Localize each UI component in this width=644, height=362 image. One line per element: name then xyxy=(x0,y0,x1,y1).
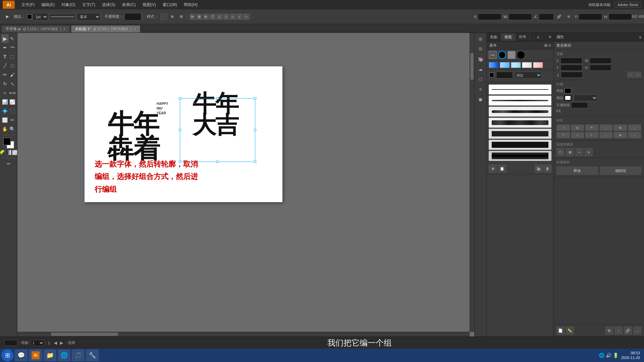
stroke-row-3[interactable] xyxy=(489,107,551,117)
black-btn[interactable] xyxy=(498,51,506,59)
grid-icon[interactable]: ⊞ xyxy=(177,13,185,21)
graph-tool[interactable]: 📈 xyxy=(9,98,16,106)
prop-angle-input[interactable]: 0° xyxy=(561,72,583,78)
menu-effect[interactable]: 效果(C) xyxy=(119,1,139,8)
tab-symbol[interactable]: 符号 xyxy=(516,33,530,41)
handle-tr[interactable] xyxy=(254,97,256,100)
menu-view[interactable]: 视图(V) xyxy=(140,1,159,8)
menu-file[interactable]: 文件(F) xyxy=(19,1,37,8)
align-left-btn[interactable]: ⊫ xyxy=(190,14,196,20)
distribute-h-btn[interactable]: ↔ xyxy=(230,14,236,20)
dist-center-prop[interactable]: ⊞ xyxy=(613,124,627,131)
selection-tool[interactable]: ▶ xyxy=(1,34,9,43)
arrange-icon[interactable]: ⧉ xyxy=(605,326,613,335)
style-icon[interactable]: ⊕ xyxy=(168,13,176,21)
align-panel-icon[interactable]: ≡ xyxy=(476,84,485,94)
menu-window[interactable]: 窗口(W) xyxy=(160,1,180,8)
dist-mid-prop[interactable]: ⊞ xyxy=(613,132,627,138)
dist-right-prop[interactable]: ↔ xyxy=(628,124,642,131)
vertical-scrollbar[interactable] xyxy=(470,33,474,332)
tab-2[interactable]: 未标题-1* @ 12.5% ( CMYK/预览 ) ✕ xyxy=(71,25,140,33)
selection-tool-btn[interactable]: ▶ xyxy=(3,13,11,21)
tab-1-close[interactable]: ✕ xyxy=(63,27,66,31)
rotate-tool[interactable]: ↻ xyxy=(1,79,9,88)
pathfinder-icon[interactable]: ◼ xyxy=(476,95,485,104)
menu-select[interactable]: 选择(S) xyxy=(99,1,118,8)
taskbar-player[interactable]: 🎵 xyxy=(72,349,85,361)
panel-menu-icon[interactable]: ≡ xyxy=(535,34,541,41)
none-icon[interactable] xyxy=(12,150,17,155)
align-mid-prop[interactable]: ⊥ xyxy=(571,132,585,138)
expand-icon[interactable]: ⊞ xyxy=(544,43,547,48)
taskbar-wechat[interactable]: 💬 xyxy=(15,349,28,361)
tab-color[interactable]: 色板 xyxy=(487,33,501,41)
align-left-prop[interactable]: ⊣ xyxy=(556,124,570,131)
doc-setup-icon[interactable]: 📄 xyxy=(556,326,565,335)
stroke-row-5[interactable] xyxy=(489,129,551,139)
none-btn[interactable]: — xyxy=(489,51,497,59)
symbol-sprayer-tool[interactable]: 💠 xyxy=(1,107,9,115)
prev-artboard-btn[interactable]: ◀ xyxy=(53,340,58,346)
list-icon[interactable]: ≡ xyxy=(549,43,551,48)
edit-group-btn[interactable]: 编辑组 xyxy=(600,167,642,175)
stroke-row-4[interactable] xyxy=(489,118,551,128)
color-icon[interactable] xyxy=(0,150,5,155)
flip-v-icon[interactable]: ↕ xyxy=(635,72,641,78)
opacity-input-prop[interactable]: 100% xyxy=(571,102,588,108)
tx-btn-1[interactable]: ⬡ xyxy=(556,148,565,156)
warp-tool[interactable]: ≈ xyxy=(1,88,9,97)
stroke-select-prop[interactable] xyxy=(574,95,597,101)
taskbar-explorer[interactable]: 📁 xyxy=(44,349,56,361)
prop-h-input[interactable]: 662.408 xyxy=(590,65,611,71)
distribute-v-btn[interactable]: ↕ xyxy=(236,14,243,20)
black2-btn[interactable] xyxy=(517,51,525,59)
scale-tool[interactable]: ⤡ xyxy=(9,79,16,88)
stroke-color-box-prop[interactable] xyxy=(565,95,571,101)
h-input[interactable]: 662.408 xyxy=(608,13,632,20)
gradient-icon[interactable] xyxy=(6,150,11,155)
stroke-color-swatch[interactable] xyxy=(27,14,32,19)
tx-btn-2[interactable]: ⊞ xyxy=(566,148,574,156)
fill-swatch[interactable] xyxy=(3,138,11,145)
tx-btn-3[interactable]: ↔ xyxy=(575,148,583,156)
cc-libraries-icon[interactable]: ☁ xyxy=(476,64,485,74)
more-tools[interactable]: ••• xyxy=(5,160,13,168)
line-tool[interactable]: ╱ xyxy=(1,61,9,70)
align-bottom-btn[interactable]: ⊦ xyxy=(223,14,229,20)
stroke-weight-select[interactable]: 1pt 2pt 3pt xyxy=(33,13,48,20)
properties-icon[interactable]: ⊞ xyxy=(476,34,485,44)
layers-icon[interactable]: ⧉ xyxy=(476,44,485,54)
type-tool[interactable]: T xyxy=(1,52,9,61)
regroup-btn[interactable]: 释放 xyxy=(556,167,598,175)
align-right-prop[interactable]: ⊢ xyxy=(585,124,599,131)
tab-brush[interactable]: 画笔 xyxy=(501,33,516,41)
fill-stroke-swatches[interactable] xyxy=(3,138,14,148)
hand-tool[interactable]: ✋ xyxy=(1,125,9,133)
rect-tool[interactable]: □ xyxy=(9,61,16,70)
curvature-tool[interactable]: 〜 xyxy=(9,43,16,52)
menu-edit[interactable]: 编辑(E) xyxy=(39,1,57,8)
canvas-area[interactable]: 牛年 犇着 HAPPYNIUYEAR 牛年 大吉 xyxy=(17,33,474,337)
align-top-btn[interactable]: ⊤ xyxy=(210,14,216,20)
angle-input[interactable]: 0° xyxy=(539,13,554,20)
gradient-2[interactable] xyxy=(500,62,510,68)
artboard-select[interactable]: 1 xyxy=(31,340,44,346)
align-top-prop[interactable]: ⊤ xyxy=(556,132,570,138)
style-swatch[interactable] xyxy=(160,13,167,20)
brush-options-icon[interactable]: ⊕ xyxy=(489,165,497,173)
transform-panel-icon[interactable]: ⬡ xyxy=(476,74,485,84)
properties-options[interactable]: ≡ xyxy=(639,35,641,39)
slice-tool[interactable]: ✂ xyxy=(9,116,16,124)
panel-close-icon[interactable]: ✕ xyxy=(546,34,553,41)
constrain-icon[interactable]: 🔗 xyxy=(555,13,563,21)
column-graph-tool[interactable]: ⬛ xyxy=(9,107,16,115)
brush-lib-icon[interactable]: 📚 xyxy=(535,165,543,173)
gradient-3[interactable] xyxy=(511,62,521,68)
x-input[interactable]: 626.402 xyxy=(478,13,501,20)
taskbar-browser[interactable]: 🌐 xyxy=(58,349,70,361)
more-icon[interactable]: … xyxy=(633,326,641,335)
stroke-row-6[interactable] xyxy=(489,140,551,150)
share-icon[interactable]: 🔗 xyxy=(624,326,632,335)
stroke-type-select[interactable]: 描边 xyxy=(515,72,542,78)
menu-object[interactable]: 对象(O) xyxy=(59,1,78,8)
